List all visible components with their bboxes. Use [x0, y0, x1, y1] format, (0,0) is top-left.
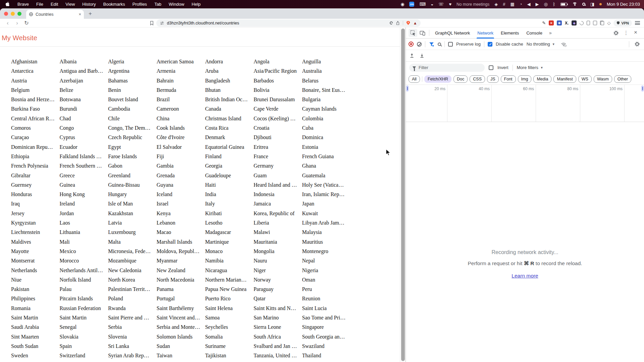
chip-font[interactable]: Font: [501, 75, 516, 83]
heart-icon[interactable]: ♥: [449, 2, 451, 6]
diamond-extension-icon[interactable]: ◇: [607, 20, 610, 25]
chip-ws[interactable]: WS: [578, 75, 592, 83]
menubar-item-history[interactable]: History: [82, 2, 96, 7]
devtools-close-icon[interactable]: ×: [632, 29, 640, 37]
close-window-button[interactable]: [4, 12, 8, 16]
tab-graphql-network[interactable]: GraphQL Network: [432, 27, 473, 39]
forward-button[interactable]: ›: [13, 20, 21, 26]
record-network-log-button[interactable]: [409, 42, 414, 47]
brave-shields-icon[interactable]: [406, 20, 411, 25]
device-toolbar-icon[interactable]: [418, 29, 427, 37]
menubar-item-file[interactable]: File: [36, 2, 43, 7]
shortcut-icon[interactable]: ◈: [494, 2, 498, 6]
import-har-icon[interactable]: [409, 53, 415, 58]
chip-media[interactable]: Media: [533, 75, 551, 83]
chip-manifest[interactable]: Manifest: [553, 75, 576, 83]
wallet-extension-icon[interactable]: ◆: [572, 20, 577, 25]
pen-extension-icon[interactable]: ✎: [542, 20, 546, 25]
chip-all[interactable]: All: [409, 75, 420, 83]
tab-elements[interactable]: Elements: [497, 27, 522, 39]
grid-icon[interactable]: #: [503, 2, 505, 6]
address-bar[interactable]: d3hzn3tyfnt3th.cloudfront.net/countries …: [156, 19, 421, 27]
tab-network[interactable]: Network: [474, 27, 497, 39]
menu-button[interactable]: [635, 21, 640, 25]
chip-js[interactable]: JS: [487, 75, 499, 83]
zoom-page-icon[interactable]: [390, 21, 393, 24]
spotlight-icon[interactable]: [582, 3, 585, 6]
site-settings-icon[interactable]: [160, 21, 164, 25]
menubar-item-profiles[interactable]: Profiles: [132, 2, 147, 7]
window-layout-icon[interactable]: ▦: [510, 2, 514, 6]
notifications-icon[interactable]: ◎: [544, 2, 548, 6]
more-tabs-icon[interactable]: »: [546, 30, 554, 36]
search-network-icon[interactable]: [438, 43, 441, 46]
new-tab-button[interactable]: +: [89, 10, 92, 17]
sidebar-icon[interactable]: [593, 21, 597, 25]
bluetooth-icon[interactable]: ᛒ: [553, 2, 555, 6]
chip-doc[interactable]: Doc: [453, 75, 468, 83]
disable-cache-label[interactable]: Disable cache: [496, 42, 523, 47]
mail-extension-icon[interactable]: ✕: [549, 20, 554, 25]
brave-rewards-icon[interactable]: ▲: [413, 21, 417, 25]
copy-tabs-icon[interactable]: [600, 21, 604, 25]
privacy-icon[interactable]: ◒: [431, 2, 433, 6]
reload-button[interactable]: ↻: [23, 20, 30, 26]
chip-fetch-xhr[interactable]: Fetch/XHR: [424, 75, 451, 83]
inspect-element-icon[interactable]: [409, 29, 417, 37]
filter-toggle-icon[interactable]: [429, 42, 434, 47]
screen-record-icon[interactable]: ◉: [400, 2, 404, 6]
tab-console[interactable]: Console: [523, 27, 546, 39]
menubar-item-edit[interactable]: Edit: [51, 2, 58, 7]
export-har-icon[interactable]: [419, 53, 425, 58]
devtools-menu-icon[interactable]: ⋮: [622, 30, 631, 36]
learn-more-link[interactable]: Learn more: [512, 273, 538, 279]
throttling-dropdown[interactable]: No throttling ▼: [527, 42, 555, 47]
battery-icon[interactable]: [560, 3, 567, 6]
network-overview-timeline[interactable]: 20 ms40 ms60 ms80 ms100 ms: [406, 84, 644, 122]
control-center-icon[interactable]: ◨: [590, 2, 594, 6]
menubar-item-help[interactable]: Help: [192, 2, 201, 7]
invert-checkbox[interactable]: [489, 65, 493, 70]
disable-cache-checkbox[interactable]: [488, 42, 492, 47]
share-icon[interactable]: [395, 20, 400, 25]
scrollbar-thumb[interactable]: [401, 28, 405, 361]
volume-icon[interactable]: ◀: [527, 2, 531, 6]
back-button[interactable]: ‹: [4, 20, 11, 26]
keyboard-icon[interactable]: ⌨: [419, 2, 426, 6]
filter-input[interactable]: Filter: [409, 64, 485, 72]
timeline-left-handle[interactable]: [406, 85, 409, 92]
devtools-settings-icon[interactable]: [611, 29, 620, 37]
url-text[interactable]: d3hzn3tyfnt3th.cloudfront.net/countries: [167, 21, 387, 25]
timeline-right-handle[interactable]: [641, 85, 644, 92]
clear-network-log-button[interactable]: [417, 42, 422, 47]
tab-countries[interactable]: Countries ×: [26, 10, 84, 19]
chip-css[interactable]: CSS: [470, 75, 485, 83]
menubar-item-view[interactable]: View: [65, 2, 75, 7]
fullscreen-window-button[interactable]: [17, 12, 21, 16]
network-settings-icon[interactable]: [633, 40, 641, 48]
network-conditions-icon[interactable]: [560, 41, 567, 47]
minimize-window-button[interactable]: [11, 12, 15, 16]
menubar-clock[interactable]: Mon 9 Dec 23:03: [607, 2, 640, 7]
preserve-log-checkbox[interactable]: [448, 42, 453, 47]
menubar-item-window[interactable]: Window: [169, 2, 184, 7]
menubar-item-tab[interactable]: Tab: [154, 2, 161, 7]
preserve-log-label[interactable]: Preserve log: [456, 42, 481, 47]
page-scrollbar[interactable]: [400, 27, 406, 362]
invert-label[interactable]: Invert: [497, 65, 508, 70]
vpn-button[interactable]: VPN: [613, 20, 632, 26]
apple-menu-icon[interactable]: [5, 2, 10, 7]
menubar-item-bookmarks[interactable]: Bookmarks: [103, 2, 125, 7]
more-filters-dropdown[interactable]: More filters ▼: [517, 65, 543, 70]
chip-img[interactable]: Img: [518, 75, 532, 83]
phone-icon[interactable]: ☏: [438, 2, 444, 6]
meeting-status-text[interactable]: No more meetings: [457, 2, 489, 7]
menubar-item-brave[interactable]: Brave: [17, 2, 29, 7]
wifi-icon[interactable]: [572, 2, 577, 6]
snowflake-extension-icon[interactable]: ✻: [557, 20, 562, 25]
bookmark-icon[interactable]: [149, 20, 154, 26]
tab-close-icon[interactable]: ×: [78, 12, 81, 17]
clock-app-icon[interactable]: ◔: [520, 2, 522, 6]
x-extension-icon[interactable]: X.: [565, 21, 569, 25]
loop-extension-icon[interactable]: [579, 20, 585, 26]
